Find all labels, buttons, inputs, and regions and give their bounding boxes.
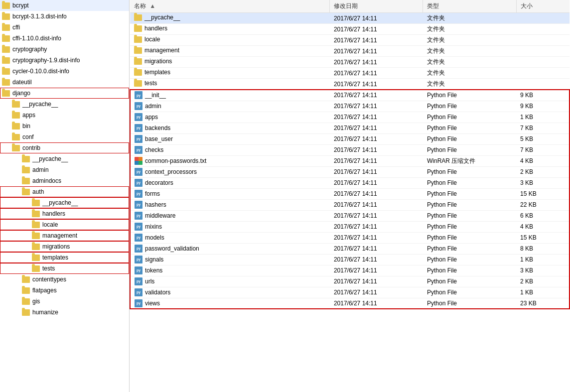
python-file-icon: py — [135, 212, 142, 220]
tree-item-bcrypt[interactable]: bcrypt — [0, 0, 129, 11]
tree-item-contenttypes[interactable]: contenttypes — [0, 274, 129, 285]
file-name-cell: pyforms — [131, 189, 330, 199]
file-name-cell: pycontext_processors — [131, 167, 330, 177]
table-row[interactable]: pybackends2017/6/27 14:11Python File7 KB — [130, 123, 570, 133]
table-row[interactable]: common-passwords.txt2017/6/27 14:11WinRA… — [130, 155, 570, 166]
python-file-icon: py — [135, 102, 142, 110]
table-row[interactable]: __pycache__2017/6/27 14:11文件夹 — [130, 13, 570, 24]
tree-item-cycler-dist[interactable]: cycler-0.10.0.dist-info — [0, 66, 129, 77]
tree-item-gis[interactable]: gis — [0, 296, 129, 307]
table-row[interactable]: pyapps2017/6/27 14:11Python File1 KB — [130, 112, 570, 123]
tree-item-management-auth[interactable]: management — [0, 230, 129, 241]
table-row[interactable]: pyurls2017/6/27 14:11Python File2 KB — [130, 276, 570, 287]
tree-item-cryptography[interactable]: cryptography — [0, 44, 129, 55]
table-row[interactable]: pymixins2017/6/27 14:11Python File4 KB — [130, 221, 570, 232]
file-name-label: models — [145, 234, 164, 241]
table-row[interactable]: pytokens2017/6/27 14:11Python File3 KB — [130, 265, 570, 276]
table-row[interactable]: templates2017/6/27 14:11文件夹 — [130, 68, 570, 79]
table-row[interactable]: locale2017/6/27 14:11文件夹 — [130, 35, 570, 46]
table-row[interactable]: pyhashers2017/6/27 14:11Python File22 KB — [130, 199, 570, 210]
table-row[interactable]: management2017/6/27 14:11文件夹 — [130, 46, 570, 57]
python-file-icon: py — [135, 223, 142, 231]
file-date-cell: 2017/6/27 14:11 — [330, 210, 423, 221]
table-row[interactable]: pymiddleware2017/6/27 14:11Python File6 … — [130, 210, 570, 221]
table-row[interactable]: pymodels2017/6/27 14:11Python File15 KB — [130, 232, 570, 243]
tree-item-label: migrations — [42, 243, 70, 250]
table-row[interactable]: pypassword_validation2017/6/27 14:11Pyth… — [130, 243, 570, 254]
file-date-cell: 2017/6/27 14:11 — [330, 46, 423, 57]
table-row[interactable]: pyforms2017/6/27 14:11Python File15 KB — [130, 188, 570, 199]
python-file-icon: py — [135, 234, 142, 242]
tree-item-contrib-django[interactable]: contrib — [0, 142, 129, 153]
folder-icon — [22, 309, 30, 316]
tree-item-apps-django[interactable]: apps — [0, 110, 129, 121]
file-size-cell: 3 KB — [516, 265, 570, 276]
tree-item-cryptography-dist[interactable]: cryptography-1.9.dist-info — [0, 55, 129, 66]
file-date-cell: 2017/6/27 14:11 — [330, 35, 423, 46]
tree-item-tests-auth[interactable]: tests — [0, 263, 129, 274]
tree-item-migrations-auth[interactable]: migrations — [0, 241, 129, 252]
folder-icon — [134, 47, 142, 54]
right-file-panel[interactable]: 名称 ▲ 修改日期 类型 大小 __pycache__2017/6/27 14:… — [130, 0, 570, 392]
file-date-cell: 2017/6/27 14:11 — [330, 24, 423, 35]
table-row[interactable]: migrations2017/6/27 14:11文件夹 — [130, 57, 570, 68]
col-header-date[interactable]: 修改日期 — [330, 0, 423, 13]
file-size-cell — [516, 24, 570, 35]
table-row[interactable]: pydecorators2017/6/27 14:11Python File3 … — [130, 177, 570, 188]
table-row[interactable]: tests2017/6/27 14:11文件夹 — [130, 79, 570, 90]
col-header-name[interactable]: 名称 ▲ — [130, 0, 330, 13]
folder-icon — [32, 200, 40, 206]
tree-item-label: auth — [32, 188, 44, 195]
file-name-cell: pychecks — [131, 145, 330, 155]
file-name-cell: migrations — [130, 57, 330, 66]
table-row[interactable]: handlers2017/6/27 14:11文件夹 — [130, 24, 570, 35]
tree-item-conf-django[interactable]: conf — [0, 131, 129, 142]
table-row[interactable]: pyviews2017/6/27 14:11Python File23 KB — [130, 298, 570, 309]
tree-item-label: humanize — [32, 309, 58, 316]
col-header-size[interactable]: 大小 — [516, 0, 570, 13]
table-row[interactable]: pybase_user2017/6/27 14:11Python File5 K… — [130, 133, 570, 144]
folder-icon — [32, 265, 40, 272]
file-name-cell: templates — [130, 68, 330, 77]
tree-item-admindocs-contrib[interactable]: admindocs — [0, 175, 129, 186]
tree-item-dateutil[interactable]: dateutil — [0, 77, 129, 88]
tree-item-pycache-contrib[interactable]: __pycache__ — [0, 153, 129, 164]
tree-item-pycache-django[interactable]: __pycache__ — [0, 99, 129, 110]
file-date-cell: 2017/6/27 14:11 — [330, 188, 423, 199]
file-name-cell: tests — [130, 79, 330, 88]
tree-item-cffi-dist[interactable]: cffi-1.10.0.dist-info — [0, 33, 129, 44]
file-size-cell: 2 KB — [516, 276, 570, 287]
tree-item-bin-django[interactable]: bin — [0, 121, 129, 131]
file-date-cell: 2017/6/27 14:11 — [330, 232, 423, 243]
tree-item-label: django — [12, 90, 30, 97]
file-type-cell: Python File — [423, 265, 516, 276]
file-size-cell: 15 KB — [516, 232, 570, 243]
tree-item-auth-contrib[interactable]: auth — [0, 186, 129, 197]
tree-item-admin-contrib[interactable]: admin — [0, 164, 129, 175]
table-row[interactable]: pyadmin2017/6/27 14:11Python File9 KB — [130, 101, 570, 112]
tree-item-handlers-auth[interactable]: handlers — [0, 208, 129, 219]
file-name-cell: locale — [130, 35, 330, 44]
file-name-label: admin — [145, 103, 161, 110]
table-row[interactable]: pychecks2017/6/27 14:11Python File7 KB — [130, 144, 570, 155]
table-row[interactable]: pyvalidators2017/6/27 14:11Python File1 … — [130, 287, 570, 298]
left-tree-panel[interactable]: bcryptbcrypt-3.1.3.dist-infocfficffi-1.1… — [0, 0, 130, 392]
col-header-type[interactable]: 类型 — [423, 0, 516, 13]
tree-item-django[interactable]: django — [0, 88, 129, 99]
folder-icon — [2, 57, 10, 64]
file-size-cell — [516, 13, 570, 24]
tree-item-pycache-auth[interactable]: __pycache__ — [0, 197, 129, 208]
file-type-cell: Python File — [423, 243, 516, 254]
tree-item-locale-auth[interactable]: locale — [0, 219, 129, 230]
tree-item-humanize[interactable]: humanize — [0, 307, 129, 318]
table-row[interactable]: pycontext_processors2017/6/27 14:11Pytho… — [130, 166, 570, 177]
file-type-cell: 文件夹 — [423, 24, 516, 35]
tree-item-flatpages[interactable]: flatpages — [0, 285, 129, 296]
tree-item-bcrypt-dist[interactable]: bcrypt-3.1.3.dist-info — [0, 11, 129, 22]
tree-item-templates-auth[interactable]: templates — [0, 252, 129, 263]
tree-item-cffi[interactable]: cffi — [0, 22, 129, 33]
folder-icon — [134, 80, 142, 87]
table-row[interactable]: py__init__2017/6/27 14:11Python File9 KB — [130, 90, 570, 101]
file-type-cell: Python File — [423, 144, 516, 155]
table-row[interactable]: pysignals2017/6/27 14:11Python File1 KB — [130, 254, 570, 265]
